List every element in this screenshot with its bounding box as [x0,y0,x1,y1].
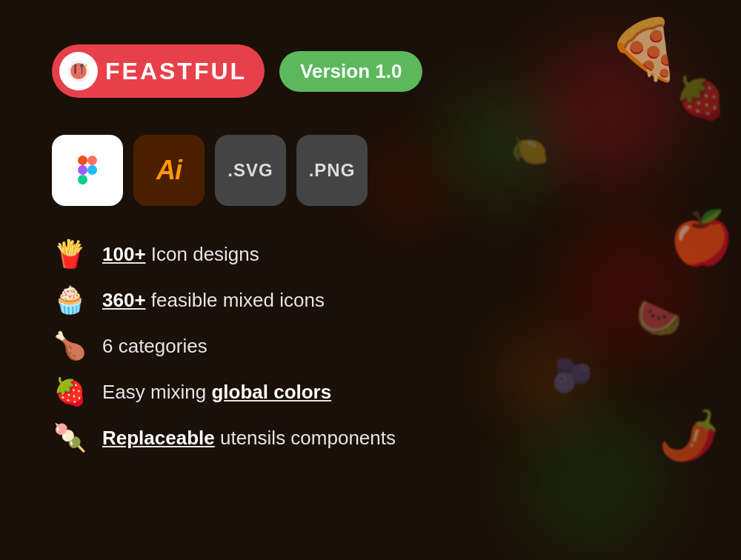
svg-point-5 [80,64,84,67]
svg-rect-4 [76,64,76,68]
features-list: 🍟 100+ Icon designs 🧁 360+ feasible mixe… [52,239,689,453]
svg-rect-9 [87,156,97,165]
highlight-2: 360+ [102,289,146,311]
brand-badge: ✦ FEASTFUL [52,44,265,98]
svg-badge[interactable]: .SVG [215,135,286,206]
feature-text-2: 360+ feasible mixed icons [102,289,325,312]
version-badge: Version 1.0 [279,51,422,92]
feature-icon-5: 🍡 [52,422,87,453]
brand-name: FEASTFUL [105,58,247,85]
highlight-4: global colors [211,381,331,403]
feature-text-4: Easy mixing global colors [102,381,331,404]
svg-text:✦: ✦ [84,62,88,69]
ai-label: Ai [156,155,182,186]
highlight-1: 100+ [102,243,146,265]
feature-text-3: 6 categories [102,335,207,358]
feature-text-1: 100+ Icon designs [102,243,259,266]
svg-label: .SVG [227,160,273,181]
feature-item-1: 🍟 100+ Icon designs [52,239,689,270]
feature-item-3: 🍗 6 categories [52,330,689,361]
highlight-5: Replaceable [102,427,215,449]
svg-rect-10 [78,165,87,175]
brand-logo-svg: ✦ [65,58,92,84]
figma-badge[interactable] [52,135,123,206]
svg-rect-12 [78,175,87,184]
svg-rect-8 [78,156,87,165]
feature-item-2: 🧁 360+ feasible mixed icons [52,284,689,316]
format-row: Ai .SVG .PNG [52,135,689,206]
feature-icon-2: 🧁 [52,284,87,316]
brand-icon: ✦ [59,52,98,90]
png-label: .PNG [309,160,356,181]
feature-item-4: 🍓 Easy mixing global colors [52,376,689,407]
feature-icon-4: 🍓 [52,376,87,407]
svg-rect-3 [75,64,76,68]
main-content: ✦ FEASTFUL Version 1.0 Ai .SVG [0,0,741,498]
feature-icon-3: 🍗 [52,330,87,361]
figma-icon [68,151,107,190]
version-label: Version 1.0 [300,60,402,82]
svg-rect-6 [82,67,82,74]
ai-badge[interactable]: Ai [133,135,205,206]
svg-point-11 [87,165,97,175]
feature-text-5: Replaceable utensils components [102,427,396,450]
png-badge[interactable]: .PNG [296,135,368,206]
feature-item-5: 🍡 Replaceable utensils components [52,422,689,453]
feature-icon-1: 🍟 [52,239,87,270]
header-row: ✦ FEASTFUL Version 1.0 [52,44,689,98]
